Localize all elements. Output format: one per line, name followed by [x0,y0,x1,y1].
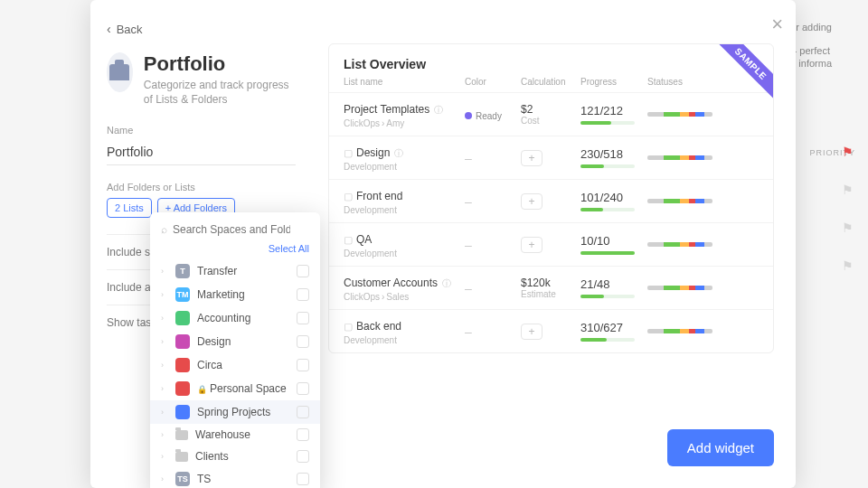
list-breadcrumb: Development [344,249,461,258]
col-color: Color [465,77,517,87]
chevron-right-icon: › [161,290,168,299]
list-name: Project Templates [344,103,429,116]
progress-value: 121/212 [580,104,644,117]
add-folders-label: Add Folders or Lists [107,182,296,192]
chevron-right-icon: › [161,361,168,370]
dropdown-item-label: Design [197,335,231,348]
list-breadcrumb: Development [344,162,461,172]
lock-icon [197,382,210,395]
dropdown-item[interactable]: ›Design [150,330,320,353]
checkbox[interactable] [297,265,309,277]
table-row[interactable]: Project Templates ⓘClickOps›AmyReady$2Co… [329,92,773,136]
chevron-right-icon: › [161,408,168,417]
chevron-right-icon: › [161,452,168,461]
dropdown-item[interactable]: ›Warehouse [150,424,320,446]
progress-value: 10/10 [580,234,644,248]
add-calc-button[interactable]: + [521,193,542,210]
page-title: Portfolio [144,52,296,76]
empty-dash: – [465,151,472,165]
checkbox[interactable] [297,406,309,418]
empty-dash: – [465,281,472,296]
progress-value: 230/518 [580,147,644,161]
table-row[interactable]: ▢Back endDevelopment–+310/627 [329,309,773,352]
add-calc-button[interactable]: + [521,324,542,340]
space-avatar [175,311,190,325]
checkbox[interactable] [297,335,309,348]
dropdown-item[interactable]: ›Clients [150,446,320,467]
dropdown-item[interactable]: ›TTransfer [150,259,320,283]
dropdown-item[interactable]: ›TSTS [150,467,320,488]
add-calc-button[interactable]: + [521,150,542,166]
table-row[interactable]: Customer Accounts ⓘClickOps›Sales–$120kE… [329,266,773,309]
status-bar [647,286,712,290]
empty-dash: – [465,194,472,209]
preview-card: SAMPLE List Overview List name Color Cal… [328,43,774,353]
checkbox[interactable] [297,288,309,301]
chevron-left-icon: ‹ [107,22,111,36]
empty-dash: – [465,238,472,252]
col-calc: Calculation [521,77,577,87]
preview-title: List Overview [329,44,773,77]
checkbox[interactable] [297,382,309,395]
status-bar [647,242,712,247]
add-calc-button[interactable]: + [521,237,542,253]
select-all-link[interactable]: Select All [150,243,320,259]
add-widget-button[interactable]: Add widget [667,429,774,466]
info-icon: ⓘ [434,105,443,115]
dropdown-item[interactable]: ›Accounting [150,306,320,330]
dropdown-item[interactable]: ›TMMarketing [150,283,320,306]
dropdown-search-input[interactable] [173,223,290,236]
folder-picker-dropdown: ⌕ Select All ›TTransfer›TMMarketing›Acco… [150,212,320,488]
progress-bar [580,121,635,125]
progress-value: 21/48 [580,277,644,291]
folder-icon [175,452,188,462]
space-avatar: TM [175,287,190,302]
table-row[interactable]: ▢QADevelopment–+10/10 [329,222,773,266]
space-avatar [175,334,190,349]
dropdown-item-label: Transfer [197,265,237,277]
list-name: Back end [356,320,401,333]
table-row[interactable]: ▢Front endDevelopment–+101/240 [329,179,773,222]
widget-name-input[interactable] [107,141,296,165]
progress-value: 310/627 [580,321,644,334]
checkbox[interactable] [297,428,309,441]
progress-bar [580,338,635,342]
list-breadcrumb: Development [344,335,461,345]
color-dot [465,112,472,119]
info-icon: ⓘ [442,278,451,288]
status-bar [647,155,712,160]
dropdown-item[interactable]: ›Personal Space [150,377,320,400]
dropdown-item-label: Personal Space [197,382,287,395]
folder-icon: ▢ [344,321,353,332]
status-bar [647,112,712,117]
dropdown-item[interactable]: ›Spring Projects [150,400,320,424]
checkbox[interactable] [297,312,309,324]
progress-bar [580,164,635,168]
folder-icon [175,430,188,440]
checkbox[interactable] [297,450,309,463]
col-name: List name [344,77,461,87]
progress-bar [580,251,635,255]
color-label: Ready [476,111,502,121]
folder-icon: ▢ [344,191,353,202]
list-breadcrumb: ClickOps›Sales [344,292,461,302]
checkbox[interactable] [297,473,309,485]
folder-icon: ▢ [344,234,353,245]
search-icon: ⌕ [161,223,167,236]
back-button[interactable]: ‹ Back [107,22,296,36]
status-bar [647,329,712,333]
table-row[interactable]: ▢Design ⓘDevelopment–+230/518 [329,136,773,179]
widget-type-icon [107,52,133,92]
checkbox[interactable] [297,359,309,371]
calc-label: Cost [521,116,577,126]
list-name: Customer Accounts [344,277,438,289]
lists-count-pill[interactable]: 2 Lists [107,198,152,218]
space-avatar: T [175,264,190,278]
list-breadcrumb: ClickOps›Amy [344,118,461,128]
preview-pane: SAMPLE List Overview List name Color Cal… [312,0,796,488]
dropdown-item[interactable]: ›Circa [150,353,320,377]
list-breadcrumb: Development [344,205,461,215]
dropdown-item-label: Marketing [197,288,245,301]
col-progress: Progress [580,77,644,87]
calc-value: $2 [521,103,577,116]
